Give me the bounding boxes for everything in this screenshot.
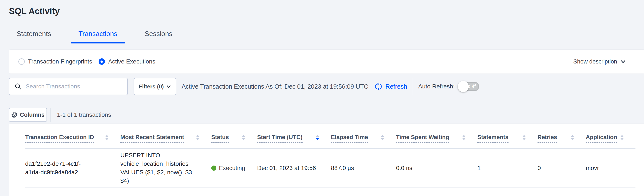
radio-selected-icon[interactable]	[98, 58, 105, 65]
sort-asc-icon[interactable]	[316, 135, 319, 137]
filters-button[interactable]: Filters (0)	[134, 78, 176, 95]
auto-refresh-toggle[interactable]: Off	[458, 82, 479, 91]
toggle-knob[interactable]	[458, 81, 469, 92]
column-header[interactable]: Start Time (UTC)	[257, 124, 331, 148]
radio-unselected-icon[interactable]	[18, 58, 25, 65]
auto-refresh-label: Auto Refresh:	[418, 83, 455, 90]
radio-label: Active Executions	[108, 58, 155, 65]
tab-sessions[interactable]: Sessions	[137, 30, 180, 43]
column-header[interactable]: Elapsed Time	[331, 124, 396, 148]
radio-active-executions[interactable]: Active Executions	[98, 58, 155, 65]
sort-asc-icon[interactable]	[242, 135, 246, 137]
column-header[interactable]: Retries	[538, 124, 586, 148]
sort-desc-icon[interactable]	[462, 138, 466, 140]
radio-label: Transaction Fingerprints	[28, 58, 92, 65]
view-options-card: Transaction Fingerprints Active Executio…	[9, 50, 644, 73]
refresh-label: Refresh	[386, 83, 407, 90]
result-count: 1-1 of 1 transactions	[57, 111, 111, 118]
cell-retries: 0	[538, 164, 586, 172]
refresh-icon	[374, 82, 383, 91]
cell-most-recent-statement: UPSERT INTO vehicle_location_histories V…	[120, 151, 208, 185]
gear-icon	[11, 112, 18, 118]
cell-statements: 1	[477, 164, 538, 172]
search-input[interactable]	[26, 83, 123, 90]
sort-desc-icon[interactable]	[196, 138, 200, 140]
vertical-divider	[412, 78, 412, 95]
vertical-divider	[50, 108, 50, 122]
search-icon	[14, 83, 22, 90]
page-title: SQL Activity	[9, 5, 644, 17]
chevron-down-icon	[620, 59, 626, 65]
cell-transaction-execution-id[interactable]: da1f21e2-de71-4c1f-a1da-dc9fc94a84a2	[25, 160, 102, 177]
refresh-button[interactable]: Refresh	[374, 82, 407, 91]
sort-asc-icon[interactable]	[381, 135, 384, 137]
column-header[interactable]: Status	[211, 124, 257, 148]
column-header[interactable]: Transaction Execution ID	[25, 124, 120, 148]
sort-desc-icon[interactable]	[522, 138, 526, 140]
column-header[interactable]: Time Spent Waiting	[396, 124, 477, 148]
as-of-timestamp: Active Transaction Executions As Of: Dec…	[182, 83, 368, 90]
chevron-down-icon	[166, 84, 171, 89]
sort-desc-icon[interactable]	[316, 138, 319, 140]
column-header[interactable]: Most Recent Statement	[120, 124, 211, 148]
search-box[interactable]	[9, 78, 128, 95]
sort-desc-icon[interactable]	[105, 138, 108, 140]
cell-start-time: Dec 01, 2023 at 19:56	[257, 164, 331, 172]
controls-row: Filters (0) Active Transaction Execution…	[9, 78, 644, 95]
sort-desc-icon[interactable]	[242, 138, 246, 140]
sort-asc-icon[interactable]	[570, 135, 574, 137]
sort-asc-icon[interactable]	[196, 135, 200, 137]
cell-time-spent-waiting: 0.0 ns	[396, 164, 477, 172]
transactions-table: Transaction Execution ID Most Recent Sta…	[9, 124, 644, 196]
cell-status: Executing	[211, 164, 257, 172]
table-toolbar: Columns 1-1 of 1 transactions	[9, 108, 644, 122]
tabs-bar: Statements Transactions Sessions	[9, 30, 644, 43]
view-mode-radio-group: Transaction Fingerprints Active Executio…	[18, 58, 162, 65]
column-header[interactable]: Statements	[477, 124, 538, 148]
active-tab-underline	[71, 42, 125, 43]
table-header-row: Transaction Execution ID Most Recent Sta…	[25, 124, 636, 149]
column-header[interactable]: Application	[586, 124, 636, 148]
radio-transaction-fingerprints[interactable]: Transaction Fingerprints	[18, 58, 92, 65]
sort-desc-icon[interactable]	[620, 138, 624, 140]
sort-asc-icon[interactable]	[522, 135, 526, 137]
sort-asc-icon[interactable]	[462, 135, 466, 137]
cell-elapsed-time: 887.0 µs	[331, 164, 396, 172]
tab-statements[interactable]: Statements	[9, 30, 59, 43]
columns-button[interactable]: Columns	[9, 108, 47, 122]
cell-application: movr	[586, 164, 636, 172]
status-dot-icon	[211, 166, 216, 171]
sort-desc-icon[interactable]	[570, 138, 574, 140]
sort-desc-icon[interactable]	[381, 138, 384, 140]
table-row[interactable]: da1f21e2-de71-4c1f-a1da-dc9fc94a84a2 UPS…	[25, 149, 636, 188]
tab-transactions[interactable]: Transactions	[71, 30, 125, 43]
sql-activity-page: SQL Activity Statements Transactions Ses…	[0, 0, 644, 196]
status-label: Executing	[219, 164, 245, 172]
show-description-button[interactable]: Show description	[573, 58, 626, 65]
sort-asc-icon[interactable]	[620, 135, 624, 137]
sort-asc-icon[interactable]	[105, 135, 108, 137]
